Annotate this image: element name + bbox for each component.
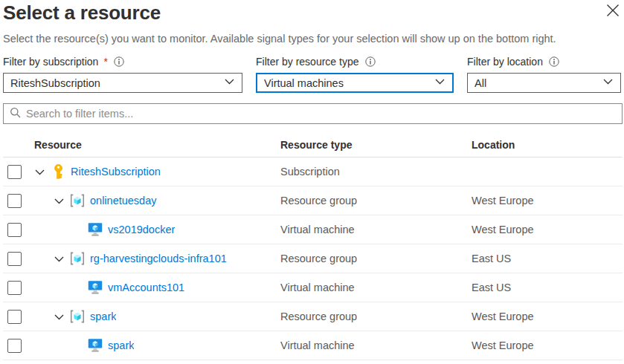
resource-link[interactable]: vs2019docker [108,224,175,235]
filter-by-resource-type-dropdown[interactable]: Virtual machines [256,73,454,93]
resource-table: Resource Resource type Location RiteshSu… [3,133,623,360]
filter-label-text: Filter by location [467,56,543,68]
resource-group-icon [70,193,85,208]
column-header-location: Location [466,139,623,151]
search-box[interactable] [3,103,623,124]
table-row-rg-harvestingclouds-infra101: rg-harvestingclouds-infra101 Resource gr… [3,244,623,273]
resource-group-icon [70,309,85,324]
filter-label-text: Filter by resource type [256,56,359,68]
expand-chevron-icon[interactable] [34,166,48,178]
row-checkbox[interactable] [7,281,22,295]
required-asterisk: * [103,56,107,68]
table-row-RiteshSubscription: RiteshSubscription Subscription [3,157,623,186]
filter-by-subscription-dropdown[interactable]: RiteshSubscription [3,73,242,93]
resource-link[interactable]: spark [90,311,116,322]
info-icon[interactable] [114,56,124,67]
location-cell: East US [466,282,623,293]
table-body: RiteshSubscription Subscription onlinetu… [3,157,623,360]
location-cell: West Europe [466,311,623,322]
chevron-down-icon [434,76,446,90]
resource-cell: vs2019docker [28,222,274,237]
resource-link[interactable]: spark [108,339,134,351]
column-header-resource-type: Resource type [274,139,466,151]
resource-type-cell: Subscription [274,166,466,178]
resource-type-cell: Virtual machine [274,339,466,351]
dialog-subtitle: Select the resource(s) you want to monit… [3,33,623,45]
resource-link[interactable]: vmAccounts101 [108,282,184,293]
info-icon[interactable] [549,56,559,67]
row-checkbox[interactable] [7,339,22,353]
close-icon [605,9,620,20]
page-title: Select a resource [3,1,623,25]
resource-link[interactable]: rg-harvestingclouds-infra101 [90,253,227,264]
resource-cell: spark [28,309,274,324]
subscription-key-icon [51,164,65,179]
resource-type-cell: Resource group [274,195,466,207]
row-checkbox[interactable] [7,165,22,179]
table-row-onlinetuesday: onlinetuesday Resource group West Europe [3,186,623,215]
virtual-machine-icon [88,338,103,353]
resource-cell: vmAccounts101 [28,280,274,295]
filter-by-location-dropdown[interactable]: All [467,73,621,93]
virtual-machine-icon [88,222,103,237]
expand-chevron-icon[interactable] [54,253,67,264]
info-icon[interactable] [365,56,376,67]
resource-cell: RiteshSubscription [28,164,274,179]
table-row-vs2019docker: vs2019docker Virtual machine West Europe [3,215,623,244]
chevron-down-icon [602,76,614,90]
resource-type-cell: Resource group [274,311,466,322]
filter-filter-by-location: Filter by locationAll [467,56,621,93]
row-checkbox[interactable] [7,223,22,237]
dropdown-selected-value: All [475,77,486,89]
row-checkbox[interactable] [7,310,22,324]
dropdown-selected-value: RiteshSubscription [10,77,100,89]
filter-filter-by-resource-type: Filter by resource typeVirtual machines [256,56,454,93]
location-cell: East US [466,253,623,264]
close-button[interactable] [605,3,621,19]
table-row-spark: spark Resource group West Europe [3,302,623,331]
resource-type-cell: Virtual machine [274,282,466,293]
resource-type-cell: Resource group [274,253,466,264]
resource-type-cell: Virtual machine [274,224,466,235]
filter-by-subscription-label: Filter by subscription* [3,56,242,68]
location-cell: West Europe [466,195,623,207]
search-icon [10,107,21,121]
filter-filter-by-subscription: Filter by subscription*RiteshSubscriptio… [3,56,242,93]
dialog-header: Select a resource [3,0,623,25]
filter-by-location-label: Filter by location [467,56,621,68]
expand-chevron-icon[interactable] [54,195,67,207]
filter-by-resource-type-label: Filter by resource type [256,56,454,68]
location-cell: West Europe [466,224,623,235]
virtual-machine-icon [88,280,103,295]
search-input[interactable] [26,108,616,120]
row-checkbox[interactable] [7,252,22,266]
row-checkbox[interactable] [7,194,22,208]
table-row-vmAccounts101: vmAccounts101 Virtual machine East US [3,273,623,302]
expand-chevron-icon[interactable] [54,311,67,322]
table-row-spark: spark Virtual machine West Europe [3,331,623,360]
resource-link[interactable]: RiteshSubscription [71,166,161,178]
chevron-down-icon [224,76,235,90]
resource-cell: spark [28,338,274,353]
filter-bar: Filter by subscription*RiteshSubscriptio… [3,56,623,93]
filter-label-text: Filter by subscription [3,56,98,68]
resource-cell: onlinetuesday [28,193,274,208]
select-resource-dialog: Select a resource Select the resource(s)… [0,0,624,364]
resource-link[interactable]: onlinetuesday [90,195,157,207]
column-header-resource: Resource [28,139,274,151]
table-header: Resource Resource type Location [3,133,623,157]
location-cell: West Europe [466,339,623,351]
dropdown-selected-value: Virtual machines [264,77,344,89]
resource-group-icon [70,251,85,266]
resource-cell: rg-harvestingclouds-infra101 [28,251,274,266]
